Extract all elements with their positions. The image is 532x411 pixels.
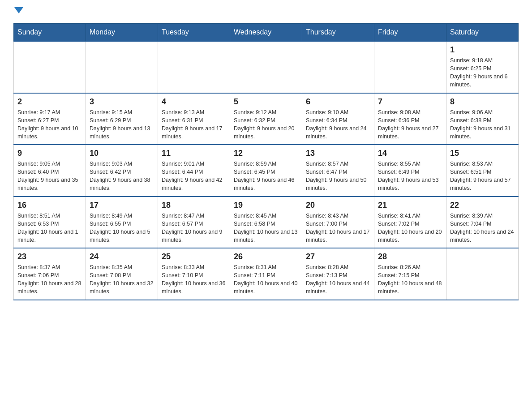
day-number: 24 [90, 252, 154, 261]
calendar-cell: 8Sunrise: 9:06 AMSunset: 6:38 PMDaylight… [446, 93, 519, 145]
day-info: Sunrise: 8:39 AMSunset: 7:04 PMDaylight:… [450, 212, 515, 244]
calendar-cell: 28Sunrise: 8:26 AMSunset: 7:15 PMDayligh… [374, 248, 446, 300]
day-number: 9 [17, 149, 82, 158]
logo [13, 9, 23, 15]
day-info: Sunrise: 8:28 AMSunset: 7:13 PMDaylight:… [306, 263, 370, 296]
calendar-cell: 22Sunrise: 8:39 AMSunset: 7:04 PMDayligh… [446, 197, 519, 248]
week-row-5: 23Sunrise: 8:37 AMSunset: 7:06 PMDayligh… [14, 248, 519, 300]
calendar-cell: 10Sunrise: 9:03 AMSunset: 6:42 PMDayligh… [86, 145, 158, 197]
day-number: 21 [378, 201, 442, 210]
calendar-cell: 1Sunrise: 9:18 AMSunset: 6:25 PMDaylight… [446, 41, 519, 93]
calendar-cell: 5Sunrise: 9:12 AMSunset: 6:32 PMDaylight… [230, 93, 302, 145]
day-number: 12 [234, 149, 298, 158]
day-number: 6 [306, 97, 370, 107]
logo-triangle-icon [14, 7, 23, 13]
day-number: 10 [90, 149, 154, 158]
calendar-cell: 3Sunrise: 9:15 AMSunset: 6:29 PMDaylight… [86, 93, 158, 145]
day-number: 11 [162, 149, 226, 158]
calendar-cell: 4Sunrise: 9:13 AMSunset: 6:31 PMDaylight… [158, 93, 230, 145]
calendar-cell: 24Sunrise: 8:35 AMSunset: 7:08 PMDayligh… [86, 248, 158, 300]
day-number: 13 [306, 149, 370, 158]
day-info: Sunrise: 8:31 AMSunset: 7:11 PMDaylight:… [234, 263, 298, 296]
day-info: Sunrise: 9:01 AMSunset: 6:44 PMDaylight:… [162, 160, 226, 193]
calendar-cell: 6Sunrise: 9:10 AMSunset: 6:34 PMDaylight… [302, 93, 374, 145]
calendar-cell: 2Sunrise: 9:17 AMSunset: 6:27 PMDaylight… [14, 93, 86, 145]
day-info: Sunrise: 9:18 AMSunset: 6:25 PMDaylight:… [450, 56, 515, 89]
day-info: Sunrise: 9:13 AMSunset: 6:31 PMDaylight:… [162, 108, 226, 141]
day-info: Sunrise: 8:53 AMSunset: 6:51 PMDaylight:… [450, 160, 515, 193]
day-number: 7 [378, 97, 442, 107]
calendar-cell [302, 41, 374, 93]
day-number: 3 [90, 97, 154, 107]
day-number: 27 [306, 252, 370, 261]
day-info: Sunrise: 9:05 AMSunset: 6:40 PMDaylight:… [17, 160, 82, 193]
calendar-cell: 15Sunrise: 8:53 AMSunset: 6:51 PMDayligh… [446, 145, 519, 197]
calendar-cell: 23Sunrise: 8:37 AMSunset: 7:06 PMDayligh… [14, 248, 86, 300]
weekday-header-tuesday: Tuesday [158, 24, 230, 42]
calendar-cell: 19Sunrise: 8:45 AMSunset: 6:58 PMDayligh… [230, 197, 302, 248]
day-info: Sunrise: 8:55 AMSunset: 6:49 PMDaylight:… [378, 160, 442, 193]
calendar-cell: 17Sunrise: 8:49 AMSunset: 6:55 PMDayligh… [86, 197, 158, 248]
day-number: 22 [450, 201, 515, 210]
day-number: 26 [234, 252, 298, 261]
day-number: 25 [162, 252, 226, 261]
day-info: Sunrise: 8:49 AMSunset: 6:55 PMDaylight:… [90, 212, 154, 244]
day-number: 2 [17, 97, 82, 107]
day-info: Sunrise: 8:35 AMSunset: 7:08 PMDaylight:… [90, 263, 154, 296]
calendar-table: SundayMondayTuesdayWednesdayThursdayFrid… [13, 23, 519, 300]
page-header [13, 9, 519, 15]
day-number: 16 [17, 201, 82, 210]
weekday-header-saturday: Saturday [446, 24, 519, 42]
week-row-3: 9Sunrise: 9:05 AMSunset: 6:40 PMDaylight… [14, 145, 519, 197]
day-info: Sunrise: 9:08 AMSunset: 6:36 PMDaylight:… [378, 108, 442, 141]
day-info: Sunrise: 8:45 AMSunset: 6:58 PMDaylight:… [234, 212, 298, 244]
weekday-header-row: SundayMondayTuesdayWednesdayThursdayFrid… [14, 24, 519, 42]
calendar-cell [86, 41, 158, 93]
day-info: Sunrise: 8:43 AMSunset: 7:00 PMDaylight:… [306, 212, 370, 244]
day-info: Sunrise: 8:51 AMSunset: 6:53 PMDaylight:… [17, 212, 82, 244]
day-info: Sunrise: 9:17 AMSunset: 6:27 PMDaylight:… [17, 108, 82, 141]
calendar-cell: 18Sunrise: 8:47 AMSunset: 6:57 PMDayligh… [158, 197, 230, 248]
day-number: 1 [450, 45, 515, 55]
calendar-cell [14, 41, 86, 93]
day-info: Sunrise: 8:37 AMSunset: 7:06 PMDaylight:… [17, 263, 82, 296]
week-row-2: 2Sunrise: 9:17 AMSunset: 6:27 PMDaylight… [14, 93, 519, 145]
day-number: 23 [17, 252, 82, 261]
weekday-header-monday: Monday [86, 24, 158, 42]
day-info: Sunrise: 8:57 AMSunset: 6:47 PMDaylight:… [306, 160, 370, 193]
day-number: 4 [162, 97, 226, 107]
day-info: Sunrise: 9:15 AMSunset: 6:29 PMDaylight:… [90, 108, 154, 141]
weekday-header-friday: Friday [374, 24, 446, 42]
calendar-cell [446, 248, 519, 300]
day-info: Sunrise: 9:06 AMSunset: 6:38 PMDaylight:… [450, 108, 515, 141]
calendar-cell: 11Sunrise: 9:01 AMSunset: 6:44 PMDayligh… [158, 145, 230, 197]
calendar-cell: 12Sunrise: 8:59 AMSunset: 6:45 PMDayligh… [230, 145, 302, 197]
calendar-cell: 14Sunrise: 8:55 AMSunset: 6:49 PMDayligh… [374, 145, 446, 197]
day-info: Sunrise: 8:41 AMSunset: 7:02 PMDaylight:… [378, 212, 442, 244]
day-number: 28 [378, 252, 442, 261]
day-number: 5 [234, 97, 298, 107]
weekday-header-wednesday: Wednesday [230, 24, 302, 42]
calendar-cell [374, 41, 446, 93]
day-number: 8 [450, 97, 515, 107]
calendar-cell [230, 41, 302, 93]
calendar-cell: 16Sunrise: 8:51 AMSunset: 6:53 PMDayligh… [14, 197, 86, 248]
calendar-cell: 25Sunrise: 8:33 AMSunset: 7:10 PMDayligh… [158, 248, 230, 300]
day-info: Sunrise: 8:26 AMSunset: 7:15 PMDaylight:… [378, 263, 442, 296]
calendar-cell: 27Sunrise: 8:28 AMSunset: 7:13 PMDayligh… [302, 248, 374, 300]
calendar-cell: 26Sunrise: 8:31 AMSunset: 7:11 PMDayligh… [230, 248, 302, 300]
calendar-cell: 21Sunrise: 8:41 AMSunset: 7:02 PMDayligh… [374, 197, 446, 248]
calendar-cell [158, 41, 230, 93]
calendar-cell: 9Sunrise: 9:05 AMSunset: 6:40 PMDaylight… [14, 145, 86, 197]
day-number: 17 [90, 201, 154, 210]
day-info: Sunrise: 8:59 AMSunset: 6:45 PMDaylight:… [234, 160, 298, 193]
day-info: Sunrise: 8:33 AMSunset: 7:10 PMDaylight:… [162, 263, 226, 296]
day-number: 14 [378, 149, 442, 158]
calendar-cell: 13Sunrise: 8:57 AMSunset: 6:47 PMDayligh… [302, 145, 374, 197]
day-info: Sunrise: 8:47 AMSunset: 6:57 PMDaylight:… [162, 212, 226, 244]
day-info: Sunrise: 9:10 AMSunset: 6:34 PMDaylight:… [306, 108, 370, 141]
day-number: 18 [162, 201, 226, 210]
weekday-header-sunday: Sunday [14, 24, 86, 42]
weekday-header-thursday: Thursday [302, 24, 374, 42]
day-info: Sunrise: 9:03 AMSunset: 6:42 PMDaylight:… [90, 160, 154, 193]
